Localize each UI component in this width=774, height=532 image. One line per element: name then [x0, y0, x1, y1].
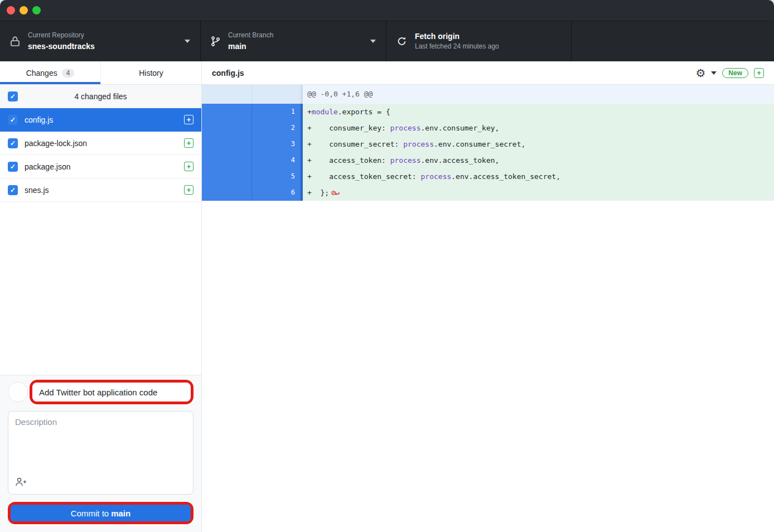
new-line-number[interactable]: 1: [251, 104, 301, 120]
tab-history-label: History: [139, 69, 163, 78]
commit-summary-input[interactable]: Add Twitter bot application code: [32, 383, 191, 402]
sidebar-tabs: Changes 4 History: [0, 61, 201, 85]
commit-button-label: Commit to: [71, 509, 109, 518]
hunk-header-text: @@ -0,0 +1,6 @@: [303, 85, 774, 104]
zoom-window-button[interactable]: [32, 6, 41, 14]
added-file-icon[interactable]: [184, 185, 194, 195]
toolbar-empty-area: [572, 21, 774, 61]
annotation-highlight-summary: Add Twitter bot application code: [30, 380, 194, 404]
old-line-number[interactable]: [202, 168, 251, 185]
file-row-config.js[interactable]: config.js: [0, 108, 201, 132]
tab-history[interactable]: History: [100, 61, 201, 84]
select-all-row: 4 changed files: [0, 85, 201, 108]
changed-files-label: 4 changed files: [74, 92, 127, 101]
new-line-number[interactable]: 6: [251, 185, 301, 201]
commit-button[interactable]: Commit tomain: [11, 505, 191, 521]
file-name: package-lock.json: [25, 139, 87, 148]
chevron-down-icon[interactable]: [711, 71, 717, 75]
current-branch-label: Current Branch: [228, 31, 273, 40]
diff-hunk-header: @@ -0,0 +1,6 @@: [202, 85, 774, 104]
file-checkbox[interactable]: [8, 162, 18, 172]
file-checkbox[interactable]: [8, 185, 18, 195]
commit-description-input[interactable]: Description: [8, 411, 194, 495]
diff-line-content: +module.exports = {: [303, 104, 774, 120]
github-desktop-window: Current Repository snes-soundtracks Curr…: [0, 0, 774, 532]
sync-icon: [396, 36, 407, 47]
added-file-icon: [754, 68, 764, 78]
diff-panel: config.js New @@ -0,0 +1,6 @@1+module.ex…: [202, 61, 774, 532]
file-checkbox[interactable]: [8, 138, 18, 148]
file-name: snes.js: [25, 186, 49, 195]
close-window-button[interactable]: [7, 6, 15, 14]
no-newline-icon: ⊘↵: [331, 188, 339, 197]
sidebar-empty-area: [0, 202, 201, 375]
diff-header: config.js New: [202, 61, 774, 85]
avatar: [8, 382, 28, 402]
file-row-snes.js[interactable]: snes.js: [0, 178, 201, 202]
diff-line-2: 2+ consumer_key: process.env.consumer_ke…: [202, 120, 774, 136]
commit-summary-value: Add Twitter bot application code: [39, 388, 157, 397]
tab-changes[interactable]: Changes 4: [0, 61, 100, 84]
current-branch-selector[interactable]: Current Branch main: [201, 21, 386, 61]
diff-line-content: + };⊘↵: [303, 185, 774, 201]
commit-description-placeholder: Description: [15, 417, 57, 427]
tab-changes-label: Changes: [26, 69, 57, 78]
diff-view: @@ -0,0 +1,6 @@1+module.exports = {2+ co…: [202, 85, 774, 532]
new-line-number[interactable]: 5: [251, 168, 301, 185]
diff-file-title: config.js: [212, 69, 244, 78]
commit-button-branch: main: [111, 509, 130, 518]
diff-line-content: + access_token: process.env.access_token…: [303, 152, 774, 168]
new-line-number[interactable]: 3: [251, 136, 301, 152]
diff-line-3: 3+ consumer_secret: process.env.consumer…: [202, 136, 774, 152]
toolbar: Current Repository snes-soundtracks Curr…: [0, 21, 774, 61]
commit-form: Add Twitter bot application code Descrip…: [0, 375, 201, 532]
minimize-window-button[interactable]: [20, 6, 28, 14]
chevron-down-icon: [370, 40, 376, 43]
current-branch-value: main: [228, 41, 273, 51]
select-all-checkbox[interactable]: [8, 91, 18, 101]
new-file-status-badge: New: [722, 68, 748, 78]
annotation-highlight-commit-button: Commit tomain: [8, 502, 194, 524]
old-line-number[interactable]: [202, 185, 251, 201]
file-row-package-lock.json[interactable]: package-lock.json: [0, 132, 201, 155]
old-line-number[interactable]: [202, 136, 251, 152]
old-line-number[interactable]: [202, 104, 251, 120]
add-coauthor-icon[interactable]: [15, 477, 27, 489]
lock-icon: [10, 36, 20, 47]
file-name: config.js: [25, 115, 53, 124]
new-line-number[interactable]: 2: [251, 120, 301, 136]
gear-icon[interactable]: [695, 67, 705, 79]
changed-file-list: config.jspackage-lock.jsonpackage.jsonsn…: [0, 108, 201, 202]
old-line-number: [202, 85, 251, 104]
current-repository-value: snes-soundtracks: [28, 41, 95, 51]
sidebar: Changes 4 History 4 changed files config…: [0, 61, 202, 532]
file-name: package.json: [25, 162, 71, 171]
added-file-icon[interactable]: [184, 138, 194, 148]
diff-line-1: 1+module.exports = {: [202, 104, 774, 120]
diff-line-5: 5+ access_token_secret: process.env.acce…: [202, 168, 774, 185]
new-line-number[interactable]: 4: [251, 152, 301, 168]
added-file-icon[interactable]: [184, 162, 194, 171]
window-content: Changes 4 History 4 changed files config…: [0, 61, 774, 532]
file-row-package.json[interactable]: package.json: [0, 155, 201, 178]
file-checkbox[interactable]: [8, 115, 18, 125]
chevron-down-icon: [185, 40, 190, 43]
diff-line-content: + consumer_secret: process.env.consumer_…: [303, 136, 774, 152]
new-line-number: [251, 85, 301, 104]
fetch-origin-label: Fetch origin: [415, 31, 499, 41]
current-repository-label: Current Repository: [28, 31, 95, 40]
titlebar: [0, 0, 774, 21]
fetch-origin-status: Last fetched 24 minutes ago: [415, 42, 499, 51]
old-line-number[interactable]: [202, 120, 251, 136]
diff-line-6: 6+ };⊘↵: [202, 185, 774, 201]
fetch-origin-button[interactable]: Fetch origin Last fetched 24 minutes ago: [386, 21, 572, 61]
diff-line-4: 4+ access_token: process.env.access_toke…: [202, 152, 774, 168]
diff-line-content: + access_token_secret: process.env.acces…: [303, 168, 774, 185]
current-repository-selector[interactable]: Current Repository snes-soundtracks: [0, 21, 201, 61]
old-line-number[interactable]: [202, 152, 251, 168]
added-file-icon[interactable]: [184, 115, 194, 124]
diff-line-content: + consumer_key: process.env.consumer_key…: [303, 120, 774, 136]
changes-count-badge: 4: [62, 69, 75, 78]
git-branch-icon: [211, 36, 220, 47]
